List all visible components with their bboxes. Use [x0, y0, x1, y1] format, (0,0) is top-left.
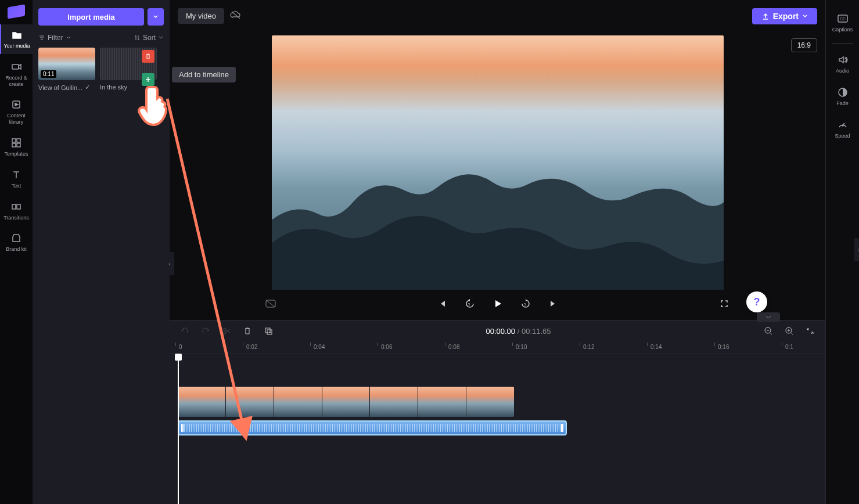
- video-track-clip[interactable]: [178, 387, 515, 417]
- svg-rect-0: [12, 64, 19, 69]
- svg-point-11: [224, 328, 226, 330]
- nav-text[interactable]: Text: [0, 164, 33, 194]
- zoom-in-button[interactable]: [782, 324, 796, 338]
- duplicate-button[interactable]: +: [261, 324, 275, 338]
- skip-back-icon: [437, 299, 447, 308]
- filter-label: Filter: [48, 34, 63, 42]
- chevron-down-icon: [66, 35, 71, 41]
- cloud-off-icon: [230, 10, 242, 22]
- sort-label: Sort: [143, 34, 156, 42]
- timeline: + 00:00.00 / 00:11.65 00:020:040:060:080…: [170, 320, 825, 504]
- sort-button[interactable]: Sort: [134, 34, 164, 42]
- library-icon: [10, 99, 22, 110]
- help-button[interactable]: ?: [746, 291, 767, 312]
- nav-label: Templates: [4, 151, 28, 157]
- video-preview[interactable]: [272, 35, 724, 290]
- collapse-media-panel-button[interactable]: ‹: [165, 252, 174, 275]
- svg-text:CC: CC: [840, 17, 846, 21]
- ruler-tick: 0:04: [314, 344, 325, 350]
- import-media-button[interactable]: Import media: [38, 8, 144, 26]
- add-to-timeline-button[interactable]: [142, 73, 154, 86]
- sort-icon: [134, 34, 141, 41]
- prop-captions[interactable]: CC Captions: [826, 8, 860, 37]
- properties-panel: › CC Captions Audio Fade Speed: [825, 0, 859, 504]
- fullscreen-button[interactable]: [716, 296, 732, 312]
- fade-icon: [837, 87, 849, 98]
- project-title-button[interactable]: My video: [178, 8, 224, 24]
- nav-content-library[interactable]: Content library: [0, 94, 33, 130]
- text-icon: [10, 169, 22, 181]
- prop-audio[interactable]: Audio: [826, 49, 860, 78]
- svg-rect-2: [12, 139, 16, 142]
- prop-label: Speed: [835, 133, 850, 139]
- playhead[interactable]: [178, 354, 179, 504]
- undo-button[interactable]: [178, 324, 192, 338]
- app-logo: [8, 4, 25, 19]
- transitions-icon: [10, 201, 22, 213]
- split-button[interactable]: [220, 324, 233, 338]
- trash-icon: [243, 326, 252, 336]
- camera-icon: [10, 61, 22, 73]
- ruler-tick: 0: [179, 344, 182, 350]
- nav-your-media[interactable]: Your media: [0, 24, 33, 54]
- time-display: 00:00.00 / 00:11.65: [282, 327, 754, 336]
- prop-fade[interactable]: Fade: [826, 82, 860, 111]
- skip-forward-button[interactable]: [545, 296, 562, 312]
- media-thumb-video[interactable]: 0:11 View of Guilin...✓: [38, 48, 95, 91]
- audio-track-clip[interactable]: [178, 420, 567, 435]
- redo-button[interactable]: [199, 324, 213, 338]
- media-thumb-audio[interactable]: In the sky: [100, 48, 157, 91]
- svg-rect-5: [17, 143, 20, 147]
- rewind-button[interactable]: 5: [462, 296, 478, 312]
- import-media-dropdown[interactable]: [148, 8, 164, 26]
- fit-timeline-button[interactable]: [803, 324, 817, 338]
- editor-area: ‹ My video Export 16:9: [170, 0, 825, 504]
- ruler-tick: 0:14: [650, 344, 662, 350]
- chevron-down-icon: [153, 14, 159, 20]
- chevron-down-icon: [802, 13, 808, 19]
- plus-icon: [145, 76, 152, 83]
- nav-label: Brand kit: [6, 246, 27, 253]
- preview-landscape: [272, 150, 724, 290]
- ruler-tick: 0:1: [785, 344, 793, 350]
- thumb-image: [100, 48, 157, 80]
- captions-icon: CC: [837, 13, 849, 24]
- chevron-down-icon: [765, 315, 772, 319]
- prop-speed[interactable]: Speed: [826, 114, 860, 143]
- thumb-label: View of Guilin...: [38, 84, 82, 91]
- nav-label: Record & create: [1, 75, 31, 88]
- duration-badge: 0:11: [41, 70, 56, 78]
- speed-icon: [837, 119, 849, 131]
- nav-brand-kit[interactable]: Brand kit: [0, 228, 33, 257]
- nav-record-create[interactable]: Record & create: [0, 56, 33, 92]
- templates-icon: [10, 137, 22, 149]
- prop-label: Audio: [836, 68, 849, 74]
- delete-media-button[interactable]: [142, 50, 154, 63]
- play-button[interactable]: [490, 296, 506, 312]
- undo-icon: [180, 326, 189, 336]
- playback-controls: 5 5: [170, 290, 825, 320]
- timeline-ruler[interactable]: 00:020:040:060:080:100:120:140:160:1: [170, 341, 825, 354]
- forward-button[interactable]: 5: [517, 296, 534, 312]
- aspect-ratio-button[interactable]: 16:9: [791, 38, 817, 52]
- nav-templates[interactable]: Templates: [0, 132, 33, 162]
- export-button[interactable]: Export: [752, 8, 817, 24]
- zoom-in-icon: [785, 326, 794, 336]
- chevron-down-icon: [158, 35, 164, 41]
- check-icon: ✓: [85, 84, 90, 91]
- safe-zones-button[interactable]: [263, 296, 279, 312]
- svg-rect-3: [17, 139, 20, 142]
- skip-back-button[interactable]: [434, 296, 450, 312]
- delete-clip-button[interactable]: [240, 324, 254, 338]
- ruler-tick: 0:08: [448, 344, 459, 350]
- timeline-tracks[interactable]: [170, 354, 825, 470]
- add-to-timeline-tooltip: Add to timeline: [172, 67, 236, 82]
- collapse-props-button[interactable]: ›: [854, 238, 859, 261]
- nav-transitions[interactable]: Transitions: [0, 196, 33, 226]
- export-label: Export: [773, 12, 799, 21]
- waveform: [182, 424, 562, 432]
- expand-timeline-button[interactable]: [757, 312, 780, 322]
- filter-icon: [38, 34, 45, 41]
- filter-button[interactable]: Filter: [38, 34, 71, 42]
- zoom-out-button[interactable]: [761, 324, 775, 338]
